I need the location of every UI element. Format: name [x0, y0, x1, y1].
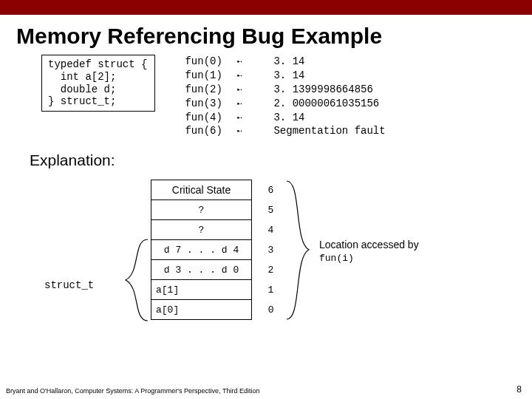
top-row: typedef struct { int a[2]; double d; } s…: [0, 55, 532, 138]
output-row: fun(4)➸3. 14: [185, 111, 385, 125]
arrow-icon: ➸: [236, 126, 273, 140]
table-row: d 7 . . . d 43: [151, 240, 283, 260]
table-row: d 3 . . . d 02: [151, 260, 283, 280]
table-row: a[1]1: [151, 280, 283, 300]
table-row: ?5: [151, 200, 283, 220]
header-bar: [0, 0, 532, 15]
output-row: fun(6)➸Segmentation fault: [185, 124, 385, 138]
arrow-icon: ➸: [236, 98, 273, 112]
memory-diagram: struct_t Critical State6 ?5 ?4 d 7 . . .…: [0, 180, 532, 357]
output-row: fun(3)➸2. 00000061035156: [185, 97, 385, 111]
brace-left-icon: [108, 239, 149, 321]
slide-title: Memory Referencing Bug Example: [0, 15, 532, 55]
page-number: 8: [516, 384, 522, 395]
memory-table: Critical State6 ?5 ?4 d 7 . . . d 43 d 3…: [151, 180, 283, 320]
output-row: fun(2)➸3. 1399998664856: [185, 83, 385, 97]
table-row: ?4: [151, 220, 283, 240]
struct-label: struct_t: [44, 279, 94, 291]
table-row: Critical State6: [151, 180, 283, 200]
brace-right-icon: [287, 180, 316, 321]
output-row: fun(0)➸3. 14: [185, 55, 385, 69]
access-note: Location accessed by fun(i): [319, 239, 419, 265]
arrow-icon: ➸: [236, 56, 273, 70]
footer-text: Bryant and O'Hallaron, Computer Systems:…: [6, 387, 259, 395]
explanation-heading: Explanation:: [0, 138, 532, 169]
code-box: typedef struct { int a[2]; double d; } s…: [41, 55, 155, 112]
arrow-icon: ➸: [236, 70, 273, 84]
output-list: fun(0)➸3. 14 fun(1)➸3. 14 fun(2)➸3. 1399…: [185, 55, 385, 138]
output-row: fun(1)➸3. 14: [185, 69, 385, 83]
arrow-icon: ➸: [236, 112, 273, 126]
arrow-icon: ➸: [236, 84, 273, 98]
table-row: a[0]0: [151, 300, 283, 320]
